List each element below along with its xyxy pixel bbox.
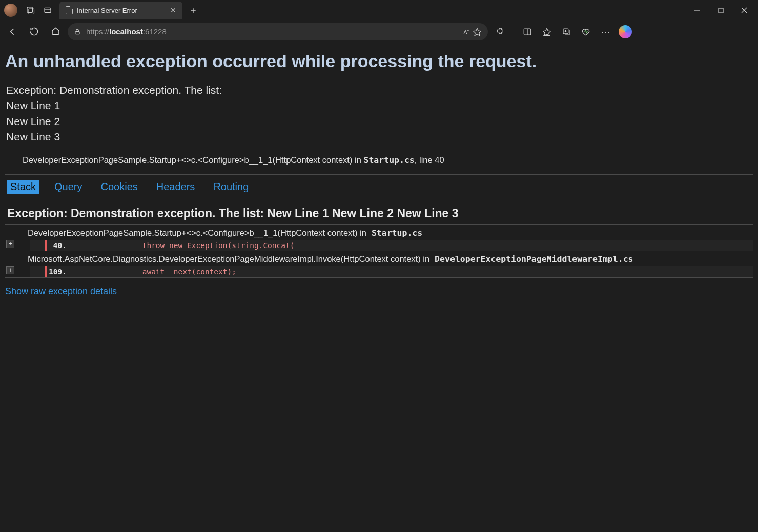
stack-frames: DeveloperExceptionPageSample.Startup+<>c… [5, 224, 753, 278]
svg-marker-9 [474, 28, 481, 35]
minimize-button[interactable] [685, 0, 709, 21]
collections-icon[interactable] [557, 23, 576, 41]
favorites-icon[interactable] [538, 23, 556, 41]
reader-icon[interactable]: A» [463, 28, 468, 35]
close-window-button[interactable] [732, 0, 756, 21]
source-code: throw new Exception(string.Concat( [71, 240, 295, 251]
detail-tabs: Stack Query Cookies Headers Routing [5, 174, 753, 198]
page-title: An unhandled exception occurred while pr… [5, 51, 753, 71]
new-tab-button[interactable]: ＋ [186, 3, 201, 18]
line-number: 40. [47, 240, 71, 251]
stack-frame: DeveloperExceptionPageSample.Startup+<>c… [5, 225, 753, 251]
profile-avatar[interactable] [4, 4, 17, 17]
tab-cookies[interactable]: Cookies [98, 180, 141, 194]
workspaces-icon[interactable] [22, 2, 39, 19]
source-code: await _next(context); [71, 266, 236, 277]
split-screen-icon[interactable] [518, 23, 537, 41]
browser-tab[interactable]: Internal Server Error ✕ [59, 2, 182, 19]
refresh-button[interactable] [25, 23, 43, 41]
window-controls [685, 0, 756, 21]
tab-headers[interactable]: Headers [153, 180, 198, 194]
url-text: https://localhost:61228 [86, 27, 167, 36]
back-button[interactable] [3, 23, 22, 41]
tab-stack[interactable]: Stack [7, 180, 39, 194]
browser-toolbar: https://localhost:61228 A» ⋯ [0, 21, 758, 43]
close-tab-icon[interactable]: ✕ [170, 6, 176, 14]
tab-actions-icon[interactable] [39, 2, 56, 19]
line-number: 109. [47, 266, 71, 277]
document-icon [66, 6, 73, 14]
exception-message: Exception: Demonstration exception. The … [6, 83, 753, 145]
show-raw-exception-link[interactable]: Show raw exception details [5, 286, 117, 297]
svg-rect-2 [45, 8, 51, 12]
expand-frame-button[interactable]: + [6, 266, 14, 274]
copilot-icon[interactable] [619, 25, 632, 38]
address-bar[interactable]: https://localhost:61228 A» [68, 23, 488, 40]
svg-rect-0 [27, 7, 33, 13]
more-icon[interactable]: ⋯ [596, 23, 614, 41]
tab-title: Internal Server Error [77, 7, 137, 14]
browser-titlebar: Internal Server Error ✕ ＋ [0, 0, 758, 21]
stack-frame: Microsoft.AspNetCore.Diagnostics.Develop… [5, 251, 753, 277]
favorite-icon[interactable] [473, 27, 482, 36]
lock-icon [74, 28, 81, 35]
maximize-button[interactable] [709, 0, 732, 21]
svg-rect-8 [75, 31, 79, 34]
page-content: An unhandled exception occurred while pr… [0, 43, 758, 532]
performance-icon[interactable] [577, 23, 595, 41]
svg-rect-1 [29, 9, 34, 14]
tab-query[interactable]: Query [51, 180, 85, 194]
extensions-icon[interactable] [491, 23, 509, 41]
expand-frame-button[interactable]: + [6, 240, 14, 248]
tab-routing[interactable]: Routing [210, 180, 252, 194]
home-button[interactable] [46, 23, 65, 41]
top-stack-frame: DeveloperExceptionPageSample.Startup+<>c… [23, 155, 753, 165]
stack-section-title: Exception: Demonstration exception. The … [7, 207, 753, 220]
svg-rect-5 [719, 8, 723, 13]
